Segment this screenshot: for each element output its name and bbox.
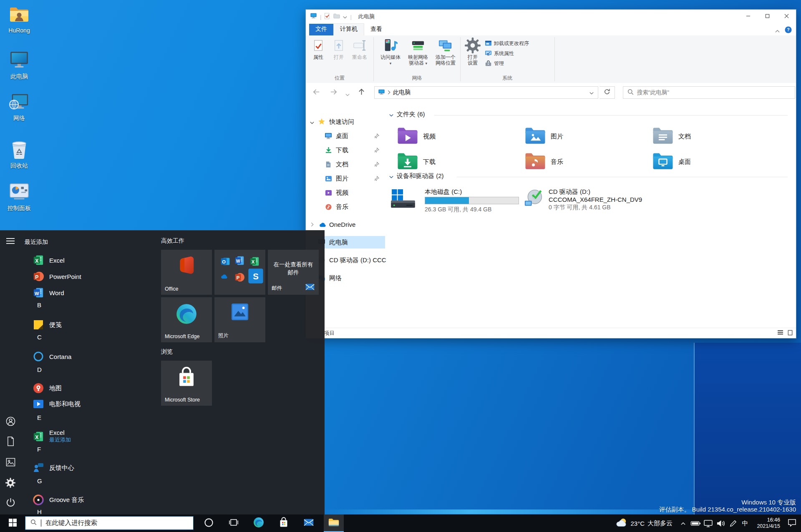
drive-cd-d[interactable]: CD 驱动器 (D:) CCCOMA_X64FRE_ZH-CN_DV9 0 字节… xyxy=(524,188,657,211)
letter-header[interactable]: B xyxy=(37,301,41,309)
ribbon-button-open-settings[interactable]: 打开设置 xyxy=(463,38,482,66)
start-app-item[interactable]: 电影和电视 xyxy=(25,396,158,412)
chevron-right-icon[interactable] xyxy=(309,221,315,228)
ribbon-button[interactable]: 卸载或更改程序 xyxy=(485,39,547,48)
collapse-ribbon-icon[interactable] xyxy=(775,27,780,35)
ribbon-button[interactable]: 系统属性 xyxy=(485,49,547,58)
explorer-search-input[interactable]: 搜索"此电脑" xyxy=(623,86,795,99)
tile-mail-apps[interactable]: O W X P S xyxy=(214,250,265,295)
ime-indicator[interactable]: 中 xyxy=(739,514,751,532)
drive-local-disk-c[interactable]: 本地磁盘 (C:) 26.3 GB 可用, 共 49.4 GB xyxy=(390,188,515,213)
title-bar[interactable]: | | 此电脑 xyxy=(306,10,796,24)
letter-header[interactable]: F xyxy=(37,446,41,453)
sidebar-item-onedrive[interactable]: OneDrive xyxy=(306,218,385,231)
rail-menu-button[interactable] xyxy=(4,236,17,248)
tile-microsoft-edge[interactable]: Microsoft Edge xyxy=(161,297,212,342)
chevron-down-icon[interactable] xyxy=(309,118,315,125)
ribbon-button[interactable]: 映射网络驱动器 ▾ xyxy=(405,38,431,66)
minimize-button[interactable] xyxy=(738,10,758,22)
weather-widget[interactable]: 23°C 大部多云 xyxy=(612,514,677,532)
forward-button[interactable] xyxy=(330,88,338,98)
start-app-item[interactable]: 反馈中心 xyxy=(25,460,158,475)
qat-chevron-down-icon[interactable] xyxy=(343,13,347,20)
start-app-item[interactable]: Groove 音乐 xyxy=(25,492,158,507)
taskbar-task-view-button[interactable] xyxy=(224,514,244,532)
recent-locations-chevron-icon[interactable] xyxy=(345,90,350,98)
start-app-item[interactable]: X Excel xyxy=(25,253,158,268)
start-app-item[interactable]: Cortana xyxy=(25,349,158,364)
folder-item-2[interactable]: 文档 xyxy=(652,125,773,147)
rail-power-button[interactable] xyxy=(4,497,17,509)
details-view-button[interactable] xyxy=(777,330,783,336)
tile-邮件[interactable]: 在一处查看所有邮件 邮件 xyxy=(268,250,319,295)
start-app-item[interactable]: 便笺 xyxy=(25,317,158,332)
devices-section-header[interactable]: 设备和驱动器 (2) xyxy=(389,172,444,180)
clock[interactable]: 16:46 2021/4/15 xyxy=(751,514,783,532)
action-center-button[interactable] xyxy=(783,514,801,532)
address-dropdown-icon[interactable] xyxy=(585,89,598,96)
sidebar-item-视频[interactable]: 视频 xyxy=(306,186,385,199)
taskbar-store-button[interactable] xyxy=(274,514,294,532)
tile-microsoft-store[interactable]: Microsoft Store xyxy=(161,361,212,406)
tile-照片[interactable]: 照片 xyxy=(214,297,265,342)
ribbon-button[interactable]: 打开 xyxy=(330,38,348,60)
refresh-button[interactable] xyxy=(599,86,615,99)
start-app-item[interactable]: 地图 xyxy=(25,381,158,396)
close-button[interactable] xyxy=(777,10,796,22)
desktop-icon[interactable]: 回收站 xyxy=(0,139,38,169)
desktop-icon[interactable]: 此电脑 xyxy=(0,49,38,80)
taskbar-mail-button[interactable] xyxy=(299,514,319,532)
pen-icon[interactable] xyxy=(727,514,739,532)
letter-header[interactable]: H xyxy=(37,508,42,515)
folder-item-4[interactable]: 音乐 xyxy=(524,151,645,173)
start-app-item[interactable]: W Word xyxy=(25,285,158,300)
ribbon-button[interactable]: 添加一个网络位置 xyxy=(433,38,458,66)
rail-documents-button[interactable] xyxy=(4,436,17,448)
sidebar-item-桌面[interactable]: 桌面 xyxy=(306,130,385,142)
start-app-item[interactable]: P PowerPoint xyxy=(25,269,158,284)
taskbar-file-explorer-button[interactable] xyxy=(324,514,344,532)
taskbar-edge-button[interactable] xyxy=(249,514,269,532)
up-button[interactable] xyxy=(358,88,365,98)
network-icon[interactable] xyxy=(702,514,714,532)
properties-quick-icon[interactable] xyxy=(324,13,330,21)
address-path[interactable]: 此电脑 xyxy=(393,89,411,96)
rail-pictures-button[interactable] xyxy=(4,457,17,469)
folder-item-3[interactable]: 下载 xyxy=(396,151,517,173)
letter-header[interactable]: E xyxy=(37,414,41,421)
ribbon-button[interactable]: 访问媒体▾ xyxy=(378,38,403,66)
back-button[interactable] xyxy=(312,88,320,98)
letter-header[interactable]: G xyxy=(37,477,42,484)
sidebar-item-文档[interactable]: 文档 xyxy=(306,158,385,171)
maximize-button[interactable] xyxy=(758,10,777,22)
folder-item-0[interactable]: 视频 xyxy=(396,125,517,147)
volume-icon[interactable] xyxy=(714,514,727,532)
letter-header[interactable]: D xyxy=(37,366,42,373)
tab-file[interactable]: 文件 xyxy=(309,24,333,35)
desktop-icon[interactable]: 网络 xyxy=(0,93,38,121)
address-bar[interactable]: 此电脑 xyxy=(374,86,598,99)
tile-office[interactable]: Office xyxy=(161,250,212,295)
letter-header[interactable]: C xyxy=(37,334,42,341)
start-button[interactable] xyxy=(0,514,25,532)
folder-item-5[interactable]: 桌面 xyxy=(652,151,773,173)
desktop-icon[interactable]: HuRong xyxy=(0,5,38,34)
folders-section-header[interactable]: 文件夹 (6) xyxy=(389,110,425,118)
tab-computer[interactable]: 计算机 xyxy=(333,23,364,35)
hidden-icons-chevron[interactable] xyxy=(677,514,689,532)
section-chevron-icon[interactable] xyxy=(389,111,393,118)
ribbon-button[interactable]: 属性 xyxy=(308,38,328,60)
folder-item-1[interactable]: 图片 xyxy=(524,125,645,147)
section-chevron-icon[interactable] xyxy=(389,173,393,180)
sidebar-item-快速访问[interactable]: 快速访问 xyxy=(306,115,385,128)
sidebar-item-图片[interactable]: 图片 xyxy=(306,172,385,185)
battery-icon[interactable] xyxy=(689,514,702,532)
sidebar-item-音乐[interactable]: 音乐 xyxy=(306,201,385,213)
help-icon[interactable]: ? xyxy=(785,26,792,35)
start-app-item[interactable]: X Excel 最近添加 xyxy=(25,427,158,447)
taskbar-search-input[interactable]: 在此键入进行搜索 xyxy=(25,516,194,530)
ribbon-button[interactable]: 管理 xyxy=(485,59,547,68)
desktop-icon[interactable]: 控制面板 xyxy=(0,183,38,211)
tab-view[interactable]: 查看 xyxy=(364,24,388,35)
large-icons-view-button[interactable] xyxy=(788,330,793,337)
